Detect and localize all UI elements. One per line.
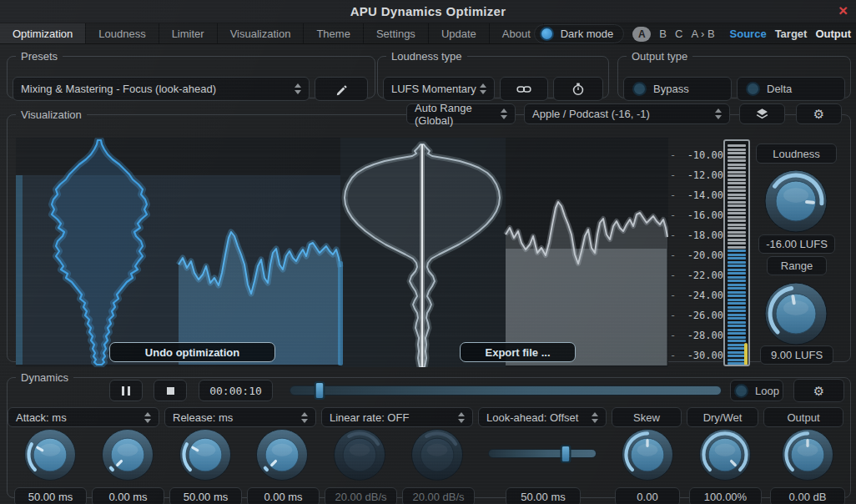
dry-wet-value[interactable]: 100.00%: [689, 487, 762, 504]
scale-tick: -18.00: [682, 229, 723, 241]
link-channels-button[interactable]: [500, 77, 548, 101]
title-bar: APU Dynamics Optimizer ×: [0, 0, 856, 23]
output-gain-knob[interactable]: [780, 427, 835, 482]
linear-release-rate-value[interactable]: 20.00 dB/s: [402, 487, 475, 504]
output-header[interactable]: Output: [763, 407, 843, 427]
skew-header[interactable]: Skew: [612, 407, 682, 427]
undo-optimization-button[interactable]: Undo optimization: [109, 342, 275, 362]
tab-bar: Optimization Loudness Limiter Visualizat…: [0, 23, 856, 44]
layers-button[interactable]: [739, 103, 785, 124]
loudness-value[interactable]: -16.00 LUFS: [758, 234, 835, 254]
slot-b-button[interactable]: B: [659, 28, 667, 40]
range-target-button[interactable]: Range: [767, 256, 827, 275]
scale-tick: -28.00: [682, 330, 723, 341]
linear-release-rate-knob[interactable]: [410, 427, 465, 482]
loudness-type-label: Loudness type: [386, 50, 467, 63]
linear-rate-header-label: Linear rate: OFF: [330, 411, 409, 424]
preset-select[interactable]: Mixing & Mastering - Focus (look-ahead): [13, 77, 310, 101]
visualization-settings-button[interactable]: ⚙: [796, 103, 842, 124]
view-target-button[interactable]: Target: [775, 28, 808, 40]
presets-group-label: Presets: [16, 50, 63, 63]
linear-rate-select[interactable]: Linear rate: OFF: [321, 407, 473, 427]
loudness-target-button[interactable]: Loudness: [756, 144, 837, 164]
release-offset-value[interactable]: 0.00 ms: [247, 487, 320, 504]
playback-position-slider[interactable]: [290, 386, 722, 396]
look-ahead-value[interactable]: 50.00 ms: [506, 487, 581, 504]
bypass-toggle[interactable]: Bypass: [623, 77, 732, 101]
dry-wet-header[interactable]: Dry/Wet: [687, 407, 758, 427]
dynamics-group-label: Dynamics: [16, 371, 73, 384]
db-scale: --10.00 --12.00 --14.00 --16.00 --18.00 …: [670, 145, 723, 365]
pause-button[interactable]: [109, 380, 143, 401]
release-header-label: Release: ms: [173, 411, 233, 424]
stopwatch-icon: [572, 83, 584, 96]
bypass-label: Bypass: [653, 83, 689, 95]
release-value[interactable]: 50.00 ms: [169, 487, 242, 504]
linear-attack-rate-value[interactable]: 20.00 dB/s: [325, 487, 397, 504]
delta-label: Delta: [767, 83, 792, 95]
view-source-button[interactable]: Source: [730, 28, 767, 40]
release-offset-knob[interactable]: [254, 427, 310, 482]
export-file-button[interactable]: Export file ...: [460, 342, 576, 362]
stop-button[interactable]: [154, 380, 187, 401]
loop-toggle[interactable]: Loop: [730, 380, 783, 401]
linear-attack-rate-knob[interactable]: [332, 427, 387, 482]
loop-label: Loop: [755, 385, 779, 397]
auto-range-select[interactable]: Auto Range (Global): [406, 103, 516, 124]
pause-icon: [122, 386, 130, 396]
attack-offset-value[interactable]: 0.00 ms: [92, 487, 164, 504]
copy-a-to-b-button[interactable]: A › B: [691, 28, 714, 40]
skew-knob[interactable]: [620, 427, 675, 482]
output-gain-value[interactable]: 0.00 dB: [770, 487, 845, 504]
delta-toggle[interactable]: Delta: [737, 77, 845, 101]
auto-range-value: Auto Range (Global): [415, 102, 501, 127]
attack-mode-select[interactable]: Attack: ms: [8, 407, 159, 427]
skew-value[interactable]: 0.00: [615, 487, 680, 504]
view-output-button[interactable]: Output: [815, 28, 851, 40]
dynamics-group: Dynamics 00:00:10 Loop ⚙ Attack: ms Rele…: [7, 371, 851, 498]
attack-knob[interactable]: [23, 427, 78, 482]
playback-slider-handle[interactable]: [315, 381, 325, 400]
stepper-icon: [501, 108, 507, 119]
delta-radio-icon: [746, 82, 760, 96]
attack-value[interactable]: 50.00 ms: [14, 487, 87, 504]
integration-time-button[interactable]: [553, 77, 603, 101]
range-value[interactable]: 9.00 LUFS: [760, 345, 833, 365]
loudness-type-select[interactable]: LUFS Momentary: [383, 77, 495, 101]
look-ahead-slider-handle[interactable]: [561, 445, 572, 463]
close-icon[interactable]: ×: [838, 2, 848, 20]
dry-wet-knob[interactable]: [697, 427, 753, 482]
scale-tick: -20.00: [682, 249, 723, 261]
waveform-canvas: [16, 138, 668, 367]
scale-tick: -16.00: [682, 209, 723, 221]
look-ahead-slider[interactable]: [488, 449, 597, 458]
dynamics-settings-button[interactable]: ⚙: [793, 379, 844, 402]
release-mode-select[interactable]: Release: ms: [164, 407, 316, 427]
tab-loudness[interactable]: Loudness: [86, 23, 159, 43]
stepper-icon: [295, 83, 301, 94]
loudness-knob[interactable]: [763, 168, 829, 234]
range-knob[interactable]: [763, 280, 829, 347]
tab-visualization[interactable]: Visualization: [218, 23, 305, 43]
loudness-plot[interactable]: Undo optimization Export file ...: [16, 138, 668, 367]
tab-update[interactable]: Update: [429, 23, 490, 43]
tab-limiter[interactable]: Limiter: [159, 23, 218, 43]
dark-mode-radio-icon: [540, 27, 554, 41]
dark-mode-label: Dark mode: [561, 28, 614, 40]
slot-c-button[interactable]: C: [675, 28, 682, 40]
edit-preset-button[interactable]: [315, 77, 368, 101]
stepper-icon: [458, 412, 465, 423]
preset-select-value: Mixing & Mastering - Focus (look-ahead): [21, 83, 216, 95]
tab-theme[interactable]: Theme: [304, 23, 363, 43]
release-knob[interactable]: [178, 427, 233, 482]
attack-offset-knob[interactable]: [100, 427, 155, 482]
dark-mode-toggle[interactable]: Dark mode: [534, 24, 625, 43]
time-display: 00:00:10: [199, 380, 273, 401]
look-ahead-select[interactable]: Look-ahead: Offset: [478, 407, 607, 427]
tab-settings[interactable]: Settings: [364, 23, 429, 43]
slot-a-button[interactable]: A: [632, 27, 651, 42]
tab-optimization[interactable]: Optimization: [0, 23, 86, 43]
stepper-icon: [480, 83, 486, 94]
target-preset-select[interactable]: Apple / Podcast (-16, -1): [524, 103, 730, 124]
stepper-icon: [301, 412, 308, 423]
